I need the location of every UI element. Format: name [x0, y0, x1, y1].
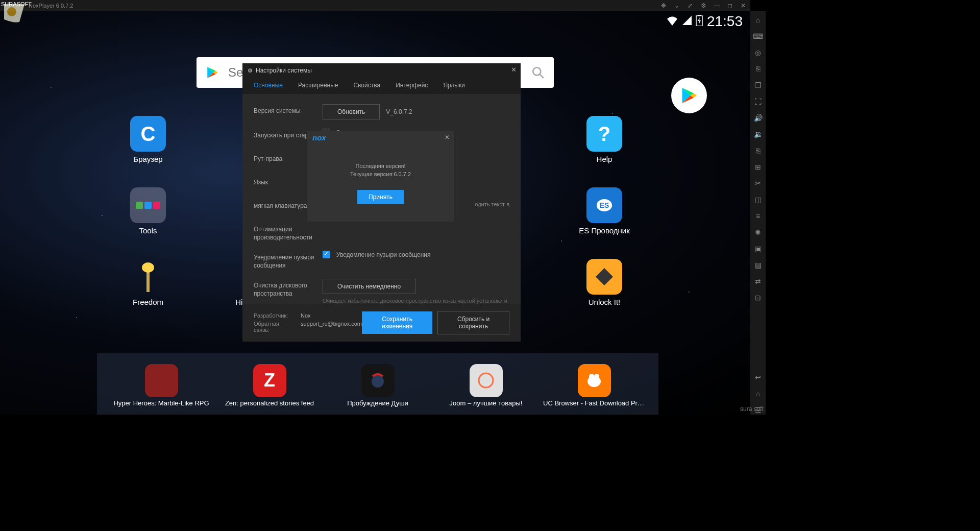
- svg-point-8: [372, 375, 384, 388]
- svg-point-12: [594, 374, 599, 379]
- dock-app-icon: [578, 364, 611, 397]
- theme-icon[interactable]: ❋: [659, 2, 668, 10]
- play-store-fab[interactable]: [671, 78, 707, 113]
- my-computer-icon[interactable]: ⎘: [753, 64, 763, 74]
- app-freedom[interactable]: Freedom: [117, 259, 179, 306]
- folder-icon: [130, 187, 166, 223]
- dock-app-icon: Z: [253, 364, 286, 397]
- tab-general[interactable]: Основные: [252, 78, 285, 94]
- dock-item-joom[interactable]: Joom – лучшие товары!: [435, 364, 537, 407]
- scissors-icon[interactable]: ✂: [753, 179, 763, 188]
- screenshot-icon[interactable]: ❐: [753, 81, 763, 90]
- maximize-icon[interactable]: ◻: [726, 2, 734, 10]
- disk-hint: Очищает избыточное дисковое пространство…: [323, 297, 509, 304]
- dock-label: Пробуждение Души: [327, 399, 429, 407]
- fullscreen-icon[interactable]: ⛶: [753, 97, 763, 106]
- minimize-icon[interactable]: —: [713, 2, 721, 10]
- dock-label: Hyper Heroes: Marble-Like RPG: [110, 399, 212, 407]
- footer-dev-label: Разработчик:: [254, 312, 295, 319]
- settings-title: Настройки системы: [256, 67, 312, 74]
- dock-item-soul[interactable]: Пробуждение Души: [327, 364, 429, 407]
- macro-icon[interactable]: ▤: [753, 260, 763, 270]
- dock-label: Zen: personalized stories feed: [218, 399, 321, 407]
- reset-button[interactable]: Сбросить и сохранить: [437, 311, 509, 334]
- settings-tabs: Основные Расширенные Свойства Интерфейс …: [242, 78, 521, 94]
- wifi-icon: [666, 15, 678, 28]
- video-icon[interactable]: ▣: [753, 244, 763, 253]
- clean-now-button[interactable]: Очистить немедленно: [323, 279, 415, 294]
- app-label: ES Проводник: [579, 226, 629, 235]
- volume-down-icon[interactable]: 🔉: [753, 130, 763, 139]
- tab-advanced[interactable]: Расширенные: [296, 78, 340, 94]
- back-icon[interactable]: ↩: [753, 373, 763, 382]
- signal-icon: [682, 16, 692, 28]
- gear-icon: ⚙: [248, 67, 253, 74]
- app-tools-folder[interactable]: Tools: [117, 187, 179, 235]
- softkb-hint-partial: одить текст в: [475, 201, 509, 207]
- save-button[interactable]: Сохранить изменения: [362, 311, 432, 334]
- settings-close-icon[interactable]: ✕: [511, 66, 517, 74]
- update-line2: Текущая версия:6.0.7.2: [350, 170, 411, 179]
- tab-shortcuts[interactable]: Ярлыки: [441, 78, 467, 94]
- android-statusbar: 21:53: [666, 11, 750, 32]
- battery-charging-icon: [696, 15, 703, 29]
- dock: Hyper Heroes: Marble-Like RPG ZZen: pers…: [97, 353, 658, 415]
- help-icon: ?: [586, 116, 622, 152]
- pin-icon[interactable]: ⤢: [686, 2, 694, 10]
- volume-up-icon[interactable]: 🔊: [753, 113, 763, 123]
- accept-button[interactable]: Принять: [357, 190, 404, 204]
- update-close-icon[interactable]: ✕: [445, 134, 450, 141]
- more-icon[interactable]: ≡: [753, 211, 763, 221]
- home-icon[interactable]: ⌂: [753, 389, 763, 398]
- svg-rect-5: [146, 272, 150, 292]
- svg-line-4: [540, 74, 544, 78]
- right-toolbox: ⌂ ⌨ ◎ ⎘ ❐ ⛶ 🔊 🔉 ⎘ ⊞ ✂ ◫ ≡ ✺ ▣ ▤ ⇄ ⊡ ↩ ⌂ …: [750, 11, 766, 415]
- nox-logo: nox: [312, 133, 326, 142]
- corner-badge-icon: [4, 4, 24, 25]
- update-button[interactable]: Обновить: [323, 104, 380, 119]
- app-help[interactable]: ? Help: [574, 116, 635, 163]
- keyboard-icon[interactable]: ⌨: [753, 32, 763, 41]
- dock-label: Joom – лучшие товары!: [435, 399, 537, 407]
- search-icon[interactable]: [531, 66, 545, 79]
- rotate-icon[interactable]: ⊡: [753, 293, 763, 302]
- apk-icon[interactable]: ⎘: [753, 146, 763, 155]
- svg-rect-2: [698, 15, 701, 16]
- app-label: Браузер: [133, 155, 162, 163]
- label-version: Версия системы: [254, 104, 323, 115]
- two-window-icon[interactable]: ◫: [753, 195, 763, 204]
- location-icon[interactable]: ◎: [753, 48, 763, 57]
- close-icon[interactable]: ✕: [739, 2, 747, 10]
- surasoft-watermark-br: sura soft: [740, 405, 764, 413]
- app-title: NoxPlayer 6.0.7.2: [29, 3, 73, 9]
- svg-point-11: [589, 374, 594, 379]
- tab-properties[interactable]: Свойства: [351, 78, 382, 94]
- toggle-icon[interactable]: ⇄: [753, 277, 763, 286]
- tab-interface[interactable]: Интерфейс: [394, 78, 430, 94]
- dock-app-icon: [145, 364, 178, 397]
- status-time: 21:53: [707, 13, 743, 30]
- dock-item-hyper-heroes[interactable]: Hyper Heroes: Marble-Like RPG: [110, 364, 212, 407]
- bubble-checkbox[interactable]: [323, 251, 330, 258]
- svg-point-3: [533, 67, 541, 75]
- dock-app-icon: [470, 364, 503, 397]
- settings-icon[interactable]: ⚙: [699, 2, 707, 10]
- app-browser[interactable]: C Браузер: [117, 116, 179, 163]
- dropdown-icon[interactable]: ⌄: [673, 2, 681, 10]
- record-icon[interactable]: ✺: [753, 228, 763, 237]
- dock-item-zen[interactable]: ZZen: personalized stories feed: [218, 364, 321, 407]
- dock-label: UC Browser - Fast Download Private: [543, 399, 645, 407]
- footer-dev-value: Nox: [301, 312, 311, 319]
- app-es-explorer[interactable]: ES ES Проводник: [574, 187, 635, 235]
- svg-point-9: [479, 373, 493, 388]
- dock-item-uc[interactable]: UC Browser - Fast Download Private: [543, 364, 645, 407]
- titlebar: NoxPlayer 6.0.7.2 ❋ ⌄ ⤢ ⚙ — ◻ ✕: [0, 0, 750, 11]
- surasoft-watermark: SURASOFT: [1, 1, 32, 7]
- multi-instance-icon[interactable]: ⊞: [753, 162, 763, 172]
- footer-fb-label: Обратная связь:: [254, 321, 295, 333]
- settings-footer: Разработчик:Nox Обратная связь:support_r…: [242, 304, 521, 342]
- update-popup: nox ✕ Последняя версия! Текущая версия:6…: [307, 131, 454, 222]
- app-unlock[interactable]: Unlock It!: [574, 259, 635, 306]
- bubble-check-label: Уведомление пузыри сообщения: [336, 251, 430, 258]
- shake-icon[interactable]: ⌂: [753, 15, 763, 25]
